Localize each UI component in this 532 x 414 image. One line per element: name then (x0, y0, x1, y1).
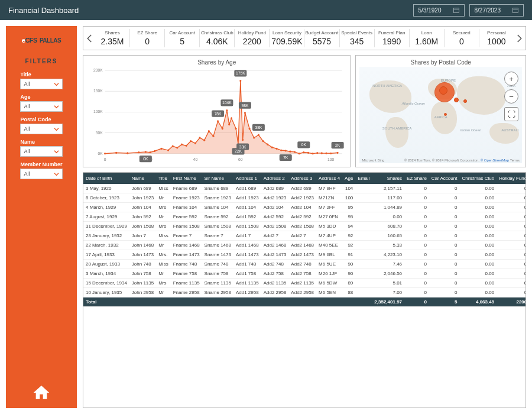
svg-text:38K: 38K (255, 125, 262, 130)
kpi-card[interactable]: Funeral Plan1990 (375, 29, 410, 47)
kpi-card[interactable]: Secured0 (445, 29, 479, 47)
kpi-scroll-left[interactable] (85, 33, 95, 44)
svg-point-30 (176, 147, 178, 148)
svg-point-64 (316, 152, 318, 154)
table-row[interactable]: 17 April, 1933John 1473Mrs.Fname 1473Sna… (83, 250, 526, 260)
svg-point-66 (325, 153, 327, 154)
svg-point-65 (321, 152, 323, 154)
table-row[interactable]: 22 March, 1932John 1468MrFname 1468Sname… (83, 241, 526, 250)
table-row[interactable]: 4 March, 1929John 104MrsFname 104Sname 1… (83, 203, 526, 212)
kpi-row: Shares2.35MEZ Share0Car Account5Christma… (83, 26, 526, 50)
filter-select-postal-code[interactable]: All (20, 124, 62, 134)
kpi-card[interactable]: Shares2.35M (95, 29, 130, 47)
map-label: AUSTRALI (501, 128, 518, 132)
svg-point-48 (244, 112, 246, 114)
col-header[interactable]: Sir Name (202, 173, 233, 184)
kpi-card[interactable]: Christmas Club4.06K (200, 29, 235, 47)
kpi-card[interactable]: EZ Share0 (130, 29, 165, 47)
kpi-card[interactable]: Personal1000 (479, 29, 514, 47)
table-row[interactable]: 20 August, 1933John 748MissFname 748Snam… (83, 260, 526, 269)
svg-point-57 (285, 150, 287, 151)
svg-text:0K: 0K (98, 151, 103, 156)
col-header[interactable]: Name (129, 173, 156, 184)
svg-text:150K: 150K (93, 89, 103, 93)
svg-point-21 (115, 152, 117, 154)
osm-link[interactable]: © OpenStreetMap (481, 159, 509, 162)
col-header[interactable]: Holiday Fund (497, 173, 526, 184)
filter-select-age[interactable]: All (20, 101, 62, 112)
table-row[interactable]: 10 January, 1935John 2958MrFname 2958Sna… (83, 288, 526, 297)
svg-text:60: 60 (238, 157, 243, 161)
col-header[interactable]: Shares (372, 173, 404, 184)
shares-by-age-chart: Shares by Age 0K50K100K150K200K020406080… (83, 55, 351, 167)
table-row[interactable]: 8 October, 1923John 1923MrFname 1923Snam… (83, 193, 526, 203)
svg-point-26 (154, 150, 155, 152)
svg-point-39 (217, 120, 219, 122)
table-total-row: Total2,352,401.97054,063.492200709,589.1… (83, 297, 526, 307)
map-reset[interactable]: ⛶ (504, 107, 518, 121)
table-row[interactable]: 28 January, 1932John 7MissFname 7Sname 7… (83, 231, 526, 241)
table-row[interactable]: 31 December, 1929John 1508MrsFname 1508S… (83, 222, 526, 231)
col-header[interactable]: First Name (171, 173, 202, 184)
col-header[interactable]: Car Account (429, 173, 460, 184)
col-header[interactable]: Christmas Club (459, 173, 497, 184)
filter-select-title[interactable]: All (20, 79, 62, 89)
map-zoom-in[interactable]: + (504, 72, 518, 86)
table-row[interactable]: 3 March, 1934John 758MrFname 758Sname 75… (83, 269, 526, 279)
home-icon[interactable] (32, 383, 51, 402)
filter-select-name[interactable]: All (20, 146, 62, 157)
svg-point-60 (299, 153, 300, 154)
svg-point-24 (145, 151, 147, 153)
shares-by-postal-code-map[interactable]: Shares by Postal Code NORTH AMERICA EURO… (355, 55, 526, 167)
kpi-card[interactable]: Special Events345 (340, 29, 375, 47)
date-from-value: 5/3/1920 (419, 7, 442, 14)
kpi-card[interactable]: Car Account5 (165, 29, 200, 47)
col-header[interactable]: Title (156, 173, 170, 184)
col-header[interactable]: Address 4 (316, 173, 342, 184)
map-zoom-out[interactable]: − (504, 89, 518, 104)
kpi-scroll-right[interactable] (514, 33, 524, 44)
table-row[interactable]: 7 August, 1929John 592MrFname 592Sname 5… (83, 212, 526, 222)
filter-select-member-number[interactable]: All (20, 169, 62, 179)
svg-point-41 (226, 109, 228, 111)
svg-text:175K: 175K (236, 71, 245, 75)
col-header[interactable]: Age (342, 173, 355, 184)
date-from-picker[interactable]: 5/3/1920 (413, 4, 465, 17)
svg-point-44 (235, 128, 237, 130)
svg-point-22 (126, 152, 128, 154)
logo-row: eCFS PALLAS (22, 32, 61, 48)
col-header[interactable]: EZ Share (404, 173, 429, 184)
kpi-card[interactable]: Budget Account5575 (304, 29, 339, 47)
kpi-card[interactable]: Loan1.60M (410, 29, 445, 47)
svg-point-53 (267, 144, 268, 145)
ecfs-logo: eCFS (22, 37, 37, 44)
kpi-card[interactable]: Loan Security709.59K (270, 29, 304, 47)
svg-point-25 (149, 151, 151, 153)
table-row[interactable]: 15 December, 1934John 1135MrsFname 1135S… (83, 279, 526, 288)
calendar-icon (512, 7, 518, 13)
svg-point-31 (181, 144, 183, 145)
col-header[interactable]: Email (355, 173, 372, 184)
svg-text:100K: 100K (93, 109, 103, 114)
data-table[interactable]: Date of BirthNameTitleFirst NameSir Name… (83, 172, 526, 408)
filter-label: Name (20, 139, 62, 145)
svg-point-46 (239, 80, 241, 82)
topbar: Financial Dashboard 5/3/1920 8/27/2023 (0, 0, 532, 20)
date-to-picker[interactable]: 8/27/2023 (469, 4, 524, 17)
col-header[interactable]: Date of Birth (83, 173, 129, 184)
col-header[interactable]: Address 3 (288, 173, 316, 184)
map-label: SOUTH AMERICA (382, 127, 412, 130)
svg-point-63 (312, 153, 314, 154)
map-label: AFRICA (434, 115, 447, 119)
col-header[interactable]: Address 2 (261, 173, 289, 184)
table-row[interactable]: 3 May, 1920John 689MissFname 689Sname 68… (83, 184, 526, 193)
svg-point-32 (186, 145, 187, 147)
filters-sidebar: eCFS PALLAS FILTERS TitleAllAgeAllPostal… (6, 26, 77, 408)
svg-point-20 (104, 153, 106, 154)
svg-point-28 (167, 149, 169, 151)
chart-title: Shares by Age (87, 59, 346, 66)
svg-point-29 (172, 145, 174, 147)
kpi-card[interactable]: Holiday Fund2200 (235, 29, 270, 47)
col-header[interactable]: Address 1 (233, 173, 261, 184)
svg-text:0: 0 (104, 157, 106, 161)
